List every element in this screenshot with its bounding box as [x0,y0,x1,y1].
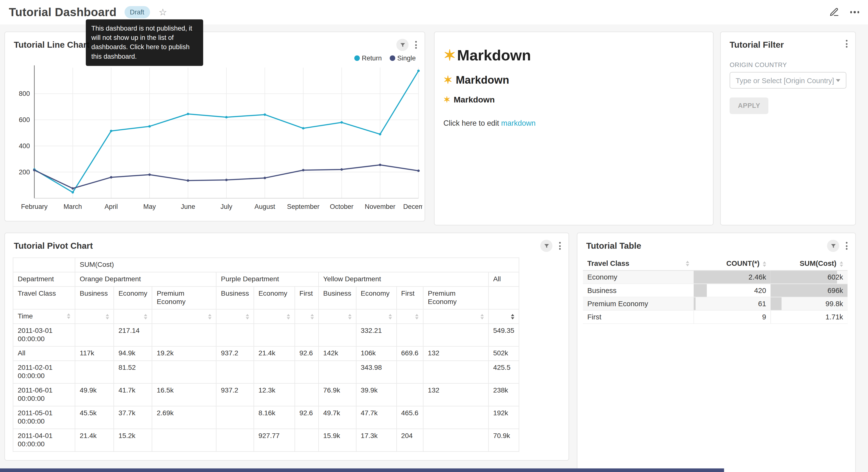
sort-carets-icon[interactable] [105,314,109,319]
legend-dot [354,55,360,61]
pivot-cell [294,361,318,383]
pivot-sort-cell[interactable] [75,309,114,324]
sort-carets-icon[interactable] [480,314,484,319]
draft-status-badge[interactable]: Draft [124,6,150,18]
sort-carets-icon[interactable] [686,261,689,266]
table-cell-travel-class: Premium Economy [583,297,694,311]
pivot-cell: 132 [423,346,489,361]
svg-text:December: December [403,203,422,210]
sort-carets-icon[interactable] [763,261,766,267]
pivot-sort-cell[interactable] [114,309,152,324]
svg-text:October: October [330,203,353,210]
pivot-sort-cell[interactable] [294,309,318,324]
kebab-icon[interactable] [558,241,562,251]
svg-text:February: February [21,203,48,210]
page-title: Tutorial Dashboard [9,6,116,19]
pivot-department-header: Department [13,272,75,287]
table-cell-sum: 696k [770,284,847,297]
pivot-cell [294,383,318,406]
pivot-sort-cell[interactable] [152,309,216,324]
pivot-cell [152,361,216,383]
funnel-icon[interactable] [540,240,553,252]
pivot-class-col-header: Economy [254,287,295,309]
pivot-sort-cell[interactable] [396,309,423,324]
pivot-sort-cell[interactable] [216,309,253,324]
pivot-travel-class-header: Travel Class [13,287,75,309]
table-col-header[interactable]: COUNT(*) [694,256,771,270]
legend-item-return[interactable]: Return [354,54,382,62]
pivot-cell: 37.7k [114,406,152,429]
line-chart-card-icons [396,39,418,51]
svg-text:August: August [254,203,275,210]
pivot-cell: 425.5 [489,361,519,383]
apply-button[interactable]: APPLY [730,97,769,114]
pivot-chart-card: Tutorial Pivot Chart SUM(Cost)Department… [4,233,569,461]
sort-carets-icon[interactable] [208,314,212,319]
funnel-icon[interactable] [827,240,839,252]
funnel-icon[interactable] [396,39,409,51]
pivot-row-label: All [13,346,75,361]
kebab-icon[interactable] [414,40,418,50]
pivot-group-header: Orange Department [75,272,216,287]
sort-carets-icon[interactable] [67,313,70,319]
publish-tooltip[interactable]: This dashboard is not published, it will… [86,19,203,66]
svg-text:800: 800 [19,90,30,97]
line-chart-svg: 200400600800FebruaryMarchAprilMayJuneJul… [6,64,423,222]
table-row: Business420696k [583,284,847,297]
sort-carets-icon[interactable] [286,314,290,319]
markdown-edit-link[interactable]: markdown [501,119,536,127]
sort-carets-icon[interactable] [348,314,351,319]
tutorial-table-card: Tutorial Table Travel ClassCOUNT(*)SUM(C… [577,233,856,472]
legend-label: Single [397,54,416,62]
pivot-cell: 142k [319,346,356,361]
pivot-cell [396,361,423,383]
sort-carets-icon[interactable] [415,314,418,319]
pivot-cell [152,429,216,451]
sort-carets-icon[interactable] [511,314,515,319]
pivot-sort-cell[interactable] [489,309,519,324]
sort-carets-icon[interactable] [311,314,314,319]
pivot-sort-cell[interactable] [423,309,489,324]
sparkles-icon: ✶ [443,95,450,104]
filter-card-icons [845,39,849,49]
pivot-cell: 41.7k [114,383,152,406]
pivot-sort-cell[interactable] [319,309,356,324]
kebab-icon[interactable] [845,39,849,49]
svg-text:May: May [143,203,156,210]
sort-carets-icon[interactable] [144,314,148,319]
legend-dot [390,55,395,61]
table-col-label: SUM(Cost) [800,259,836,268]
table-col-label: Travel Class [587,259,629,268]
table-cell-sum: 99.8k [770,297,847,311]
pivot-cell: 94.9k [114,346,152,361]
pivot-row: 2011-04-01 00:00:0021.4k15.2k927.7715.9k… [13,429,519,451]
pivot-cell [294,429,318,451]
pivot-time-header[interactable]: Time [13,309,75,324]
pivot-cell [75,324,114,346]
sort-carets-icon[interactable] [388,314,392,319]
edit-pencil-icon[interactable] [829,7,839,17]
kebab-icon[interactable] [845,241,849,251]
svg-text:November: November [365,203,395,210]
pivot-cell [423,429,489,451]
chevron-down-icon [836,79,840,82]
table-col-header[interactable]: Travel Class [583,256,694,270]
favorite-star-icon[interactable]: ☆ [159,7,167,17]
pivot-cell: 937.2 [216,383,253,406]
origin-country-select[interactable]: Type or Select [Origin Country] [730,72,846,89]
pivot-sort-cell[interactable] [356,309,396,324]
pivot-cell: 204 [396,429,423,451]
table-col-header[interactable]: SUM(Cost) [770,256,847,270]
more-options-ellipsis-icon[interactable] [850,11,859,13]
pivot-cell: 465.6 [396,406,423,429]
sort-carets-icon[interactable] [246,314,249,319]
table-cell-sum: 1.71k [770,311,847,324]
pivot-class-col-header: Premium Economy [423,287,489,309]
svg-text:200: 200 [19,168,30,176]
table-cell-count: 2.46k [694,270,771,284]
pivot-sort-cell[interactable] [254,309,295,324]
pivot-cell: 549.35 [489,324,519,346]
legend-item-single[interactable]: Single [390,54,416,62]
sort-carets-icon[interactable] [840,261,843,267]
pivot-metric-header: SUM(Cost) [75,258,519,272]
